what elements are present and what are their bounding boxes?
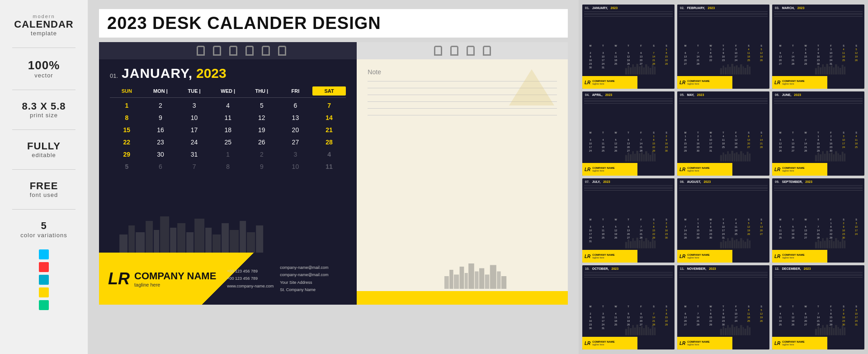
mini-month-06: JUNE, [782, 93, 792, 96]
svg-rect-163 [643, 328, 644, 335]
svg-rect-31 [630, 67, 632, 75]
mini-dayname: T [597, 131, 609, 134]
svg-rect-46 [727, 64, 728, 74]
svg-rect-95 [743, 153, 744, 162]
mini-day: 30 [692, 149, 704, 153]
mini-footer-dark [732, 250, 769, 263]
svg-rect-127 [720, 242, 722, 249]
mini-day: 28 [799, 149, 812, 153]
mini-day: 15 [647, 229, 660, 232]
mini-cal-header-07: 07. JULY, 2023 [582, 178, 675, 184]
mini-dayname: S [837, 131, 850, 134]
cal-day: 27 [278, 136, 312, 148]
calendar-header: SUN MON | TUE | WED | THU | FRI SAT [110, 86, 346, 96]
company-contact-right: company-name@mail.com company-name@mail.… [280, 264, 328, 293]
mini-day: 9 [660, 138, 673, 142]
svg-rect-70 [844, 67, 845, 74]
mini-day: 18 [609, 58, 622, 62]
mini-day: 9 [584, 316, 597, 319]
svg-rect-116 [632, 238, 633, 248]
mini-day: 17 [825, 55, 837, 58]
mini-day: 11 [609, 55, 622, 58]
mini-day: 2 [825, 134, 837, 138]
mini-day: 12 [755, 51, 768, 55]
mini-day: 7 [755, 134, 768, 138]
svg-rect-181 [747, 325, 749, 335]
mini-day: 21 [799, 145, 812, 149]
mini-footer-03: LR COMPANY NAME tagline here [772, 76, 864, 89]
mini-day: 15 [704, 316, 717, 319]
sidebar-font: FREE font used [30, 181, 58, 198]
svg-rect-2 [136, 232, 145, 253]
right-spiral-ring-3 [467, 46, 475, 56]
mini-dayname: S [837, 305, 850, 308]
mini-day: 22 [704, 58, 717, 62]
mini-day: 29 [704, 323, 717, 326]
svg-rect-52 [740, 64, 742, 74]
mini-num-01: 01. [585, 6, 590, 10]
cal-day: 11 [312, 161, 346, 172]
mini-month-10: OCTOBER, [592, 267, 609, 270]
mini-day: 4 [742, 48, 755, 51]
mini-day: 17 [717, 229, 730, 232]
svg-rect-182 [749, 327, 750, 335]
svg-rect-27 [497, 272, 500, 289]
mini-year-12: 2023 [804, 267, 811, 270]
mini-cal-06: 06. JUNE, 2023MTWTFSS1234567891011121314… [772, 91, 864, 176]
mini-skyline-07 [624, 234, 675, 250]
mini-dayname: T [622, 44, 635, 47]
mini-num-08: 08. [680, 180, 684, 183]
mini-cal-01: 01. JANUARY, 2023MTWTFSS1234567891011121… [582, 5, 675, 89]
svg-rect-22 [468, 263, 474, 289]
svg-rect-174 [731, 325, 733, 335]
svg-rect-178 [740, 325, 742, 335]
mini-day: 8 [647, 225, 660, 229]
cal-day: 8 [211, 161, 245, 172]
mini-dayname: T [692, 305, 704, 308]
mini-day [647, 48, 660, 51]
mini-day [609, 134, 622, 138]
mini-dayname: S [660, 131, 673, 134]
mini-footer-12: LR COMPANY NAME tagline here [772, 337, 864, 349]
mini-dayname: M [774, 131, 787, 134]
mini-num-02: 02. [680, 6, 684, 10]
mini-dayname: W [704, 218, 717, 221]
mini-days-header: MTWTFSS [774, 44, 863, 47]
svg-rect-75 [634, 154, 636, 162]
mini-day: 2 [704, 221, 717, 225]
mini-days-header: MTWTFSS [774, 218, 863, 221]
phone1: +00 123 456 789 [227, 268, 274, 275]
mini-day [597, 134, 609, 138]
mini-dayname: W [609, 218, 622, 221]
mini-note-11 [677, 271, 769, 304]
mini-cal-07: 07. JULY, 2023MTWTFSS1234567891011121314… [582, 178, 675, 263]
mini-num-11: 11. [680, 267, 684, 270]
cal-day: 23 [144, 136, 178, 148]
mini-note-line [774, 16, 863, 17]
mini-day [774, 308, 787, 312]
mini-day: 4 [597, 225, 609, 229]
mini-day: 6 [787, 138, 799, 142]
mini-cal-11: 11. NOVEMBER, 2023MTWTFSS123456789101112… [677, 265, 769, 349]
mini-day [692, 48, 704, 51]
mini-footer-07: LR COMPANY NAME tagline here [582, 250, 675, 263]
cal-day: 7 [177, 161, 211, 172]
mini-day: 22 [799, 58, 812, 62]
mini-dayname: T [717, 44, 730, 47]
mini-year-04: 2023 [605, 93, 613, 96]
mini-note-line [584, 274, 673, 274]
svg-rect-20 [460, 267, 464, 289]
mini-note-line [679, 274, 768, 274]
swatch-blue [39, 249, 49, 259]
svg-rect-9 [194, 219, 204, 253]
svg-rect-102 [822, 151, 823, 161]
svg-rect-152 [839, 242, 841, 249]
mini-day: 7 [692, 312, 704, 316]
mini-day: 28 [692, 323, 704, 326]
mini-day: 9 [704, 225, 717, 229]
mini-day [774, 134, 787, 138]
mini-day [584, 48, 597, 51]
mini-day: 25 [774, 323, 787, 326]
mini-note-07 [582, 184, 675, 217]
mini-day: 11 [774, 316, 787, 319]
